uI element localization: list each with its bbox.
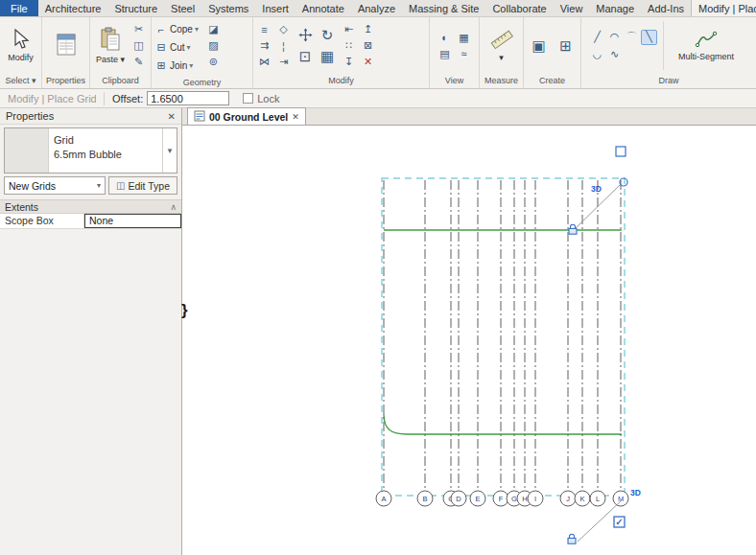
draw-spline-icon[interactable]: ∿ [606,47,623,62]
tab-massing-site[interactable]: Massing & Site [402,0,485,16]
panel-label-properties: Properties [42,74,89,88]
array-icon[interactable]: ▦ [317,47,338,66]
padlock-icon[interactable] [569,224,577,234]
mirror-pick-icon[interactable]: ◇ [275,22,292,37]
panel-draw: ╱ ◠ ⌒ ╲ ◡ ∿ Multi-Segment [581,17,756,88]
revit-window: File Architecture Structure Steel System… [0,0,756,555]
draw-pick-lines-icon[interactable]: ╲ [641,30,657,45]
draw-arc-center-icon[interactable]: ⌒ [624,30,640,45]
join-geometry-button[interactable]: ⊞Join▾ [154,58,199,74]
model-line[interactable] [384,414,622,434]
tab-structure[interactable]: Structure [107,0,164,16]
unpin-icon[interactable]: ↥ [360,22,376,37]
mirror-axis-icon[interactable]: ⋈ [256,55,272,70]
properties-filter-combo[interactable]: New Grids ▾ [4,176,106,195]
padlock-icon[interactable] [568,534,576,543]
paint-icon[interactable]: ◪ [205,21,222,36]
cut-to-clipboard-icon[interactable]: ✂ [130,22,147,37]
cope-button[interactable]: ⌐Cope▾ [154,21,199,37]
type-selector[interactable]: Grid 6.5mm Bubble ▾ [4,127,177,173]
scale-icon[interactable]: ∷ [341,38,357,54]
view-tab-strip: 00 Ground Level ✕ [182,108,756,126]
3d-extent-label[interactable]: 3D [591,184,602,194]
rotate-icon[interactable]: ↻ [317,26,338,45]
delete-icon[interactable]: ✕ [360,55,376,70]
view-tab-close-icon[interactable]: ✕ [292,112,299,122]
thin-lines-icon[interactable]: ▤ [437,46,453,61]
grid-bubble-label-D: D [456,495,461,503]
selection-handle[interactable] [616,147,626,156]
panel-properties: Properties [42,17,90,88]
hide-category-icon[interactable]: ▦ [456,30,472,45]
type-selector-dropdown-icon[interactable]: ▾ [162,128,177,173]
draw-arc-icon[interactable]: ◠ [606,30,623,45]
multi-segment-button[interactable]: Multi-Segment [675,28,737,63]
create-similar-icon[interactable]: ⊞ [555,36,577,56]
scope-box-label: Scope Box [0,214,84,228]
tab-manage[interactable]: Manage [589,0,641,16]
isolate-icon[interactable]: ≈ [456,46,472,61]
panel-label-geometry: Geometry [152,76,252,88]
tab-analyze[interactable]: Analyze [351,0,402,16]
draw-line-icon[interactable]: ╱ [589,30,605,45]
extend-icon[interactable]: ⇤ [341,22,357,37]
file-menu[interactable]: File [0,0,38,16]
crop-region[interactable] [382,178,625,496]
panel-create: ▣ ⊞ Create [524,17,581,88]
tab-systems[interactable]: Systems [201,0,255,16]
tab-architecture[interactable]: Architecture [38,0,108,16]
properties-toggle-button[interactable] [51,30,82,62]
grid-bubble-label-L: L [596,495,600,503]
panel-geometry: ⌐Cope▾ ⊟Cut▾ ⊞Join▾ ◪ ▨ ⊚ Geometry [152,17,253,88]
pin-icon[interactable]: ↧ [341,55,357,70]
tab-add-ins[interactable]: Add-Ins [641,0,691,16]
paste-icon [99,27,122,54]
demolish-icon[interactable]: ▨ [205,37,222,53]
collapse-icon: ∧ [170,202,177,212]
align-icon[interactable]: ≡ [256,22,272,37]
offset-input[interactable] [147,91,229,105]
measure-button[interactable]: ▾ [487,27,516,64]
cut-geometry-button[interactable]: ⊟Cut▾ [154,39,199,56]
copy-to-clipboard-icon[interactable]: ◫ [130,38,147,54]
explode-icon[interactable]: ⊠ [360,38,376,54]
draw-fillet-icon[interactable]: ◡ [589,47,605,62]
tab-view[interactable]: View [554,0,590,16]
panel-clipboard: Paste ▾ ✂ ◫ ✎ Clipboard [90,17,152,88]
view-tab-ground-level[interactable]: 00 Ground Level ✕ [187,107,306,125]
edit-type-button[interactable]: ◫ Edit Type [108,176,177,195]
match-type-icon[interactable]: ✎ [130,55,147,70]
model-canvas[interactable]: ABCDEFGHIJKLM3D3D✓ [182,126,756,555]
grid-bubble-label-E: E [475,495,480,503]
chevron-down-icon: ▾ [97,181,101,190]
tab-insert[interactable]: Insert [255,0,295,16]
palette-resize-handle[interactable]: } [181,301,188,320]
modify-button[interactable]: Modify [5,27,36,64]
section-extents[interactable]: Extents ∧ [0,199,181,214]
scope-box-value[interactable]: None [84,214,181,228]
3d-extent-label[interactable]: 3D [630,488,641,497]
trim-icon[interactable]: ⇥ [275,55,292,70]
paste-button[interactable]: Paste ▾ [93,25,128,66]
create-group-icon[interactable]: ▣ [529,36,550,56]
tab-annotate[interactable]: Annotate [295,0,351,16]
options-bar: Modify | Place Grid Offset: Lock [0,89,756,108]
cope-icon: ⌐ [154,24,168,35]
visibility-icon[interactable]: ◐ [437,30,453,45]
grid-bubble-label-J: J [566,495,570,503]
move-icon[interactable] [295,26,316,45]
tab-collaborate[interactable]: Collaborate [485,0,553,16]
offset-icon[interactable]: ⇉ [256,38,272,54]
multi-segment-icon [695,30,718,51]
checkmark-icon: ✓ [615,517,623,527]
join-icon: ⊞ [154,59,168,72]
panel-label-draw: Draw [581,74,756,88]
copy-icon[interactable]: ⊡ [295,47,316,66]
close-icon[interactable]: ✕ [168,111,176,122]
offset-geometry-icon[interactable]: ⊚ [205,54,222,69]
tab-modify-place-grid[interactable]: Modify | Place Grid [691,0,756,16]
panel-label-select[interactable]: Select ▾ [0,74,41,88]
lock-checkbox[interactable] [243,93,253,104]
split-icon[interactable]: ¦ [275,38,292,54]
tab-steel[interactable]: Steel [164,0,201,16]
